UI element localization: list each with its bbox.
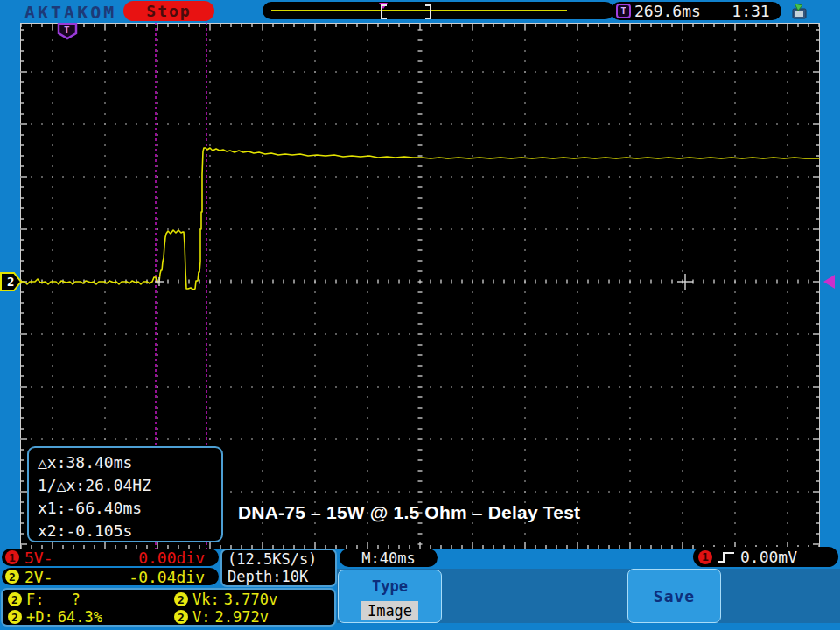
measurement-vk-badge: 2 — [174, 592, 188, 606]
cursor-x2: x2:-0.105s — [38, 520, 221, 542]
channel2-position-marker: 2 — [0, 272, 23, 291]
measurement-volt: 2 V: 2.972v — [174, 608, 334, 626]
type-button-value: Image — [361, 601, 418, 620]
trigger-source-badge: 1 — [698, 550, 712, 564]
annotation-title: DNA-75 – 15W @ 1.5 Ohm – Delay Test — [238, 502, 580, 523]
measurement-vk-value: 3.770v — [224, 591, 277, 608]
trigger-level-value: 0.00mV — [740, 548, 797, 566]
window-left-bracket-icon — [381, 4, 387, 19]
rising-edge-icon — [717, 550, 736, 564]
type-button-label: Type — [372, 578, 408, 595]
channel2-scale: 2V- — [24, 568, 53, 586]
measurement-duty-badge: 2 — [8, 610, 22, 624]
channel2-settings-pill: 2 2V- -0.04div — [2, 568, 219, 585]
measurement-frequency: 2 F: ? — [8, 591, 174, 608]
measurement-duty-value: 64.3% — [58, 608, 102, 626]
save-button-label: Save — [654, 587, 695, 606]
timebase-readout: M:40ms — [340, 549, 438, 567]
channel1-settings-pill: 1 5V- 0.00div — [2, 549, 219, 566]
measurement-volt-badge: 2 — [174, 610, 188, 624]
measurement-duty: 2 +D: 64.3% — [8, 608, 174, 626]
cursor-delta-x: △x:38.40ms — [38, 452, 221, 474]
measurements-panel: 2 F: ? 2 Vk: 3.770v 2 +D: 64.3% 2 V: 2.9… — [1, 588, 336, 626]
channel1-position: 0.00div — [138, 549, 205, 567]
measurement-freq-value: ? — [48, 591, 80, 608]
measurement-volt-label: V: — [192, 608, 210, 626]
save-button[interactable]: Save — [627, 569, 721, 623]
measurement-vk: 2 Vk: 3.770v — [174, 591, 334, 608]
channel2-badge: 2 — [5, 570, 19, 584]
trigger-settings-pill: 1 0.00mV — [693, 547, 838, 567]
sample-info-panel: (12.5KS/s) Depth:10K — [220, 549, 337, 587]
brand-logo: AKTAKOM — [24, 2, 116, 23]
oscilloscope-screenshot: { "top_bar": { "brand": "AKTAKOM", "run_… — [0, 0, 840, 630]
measurement-duty-label: +D: — [26, 608, 53, 626]
trigger-level-arrow-icon — [823, 275, 835, 289]
cursor-inverse-delta-x: 1/△x:26.04HZ — [38, 474, 221, 497]
clock-readout: 1:31 — [720, 2, 781, 20]
measurement-freq-label: F: — [26, 591, 44, 608]
window-right-bracket-icon — [425, 4, 431, 19]
measurement-volt-value: 2.972v — [214, 608, 268, 626]
trigger-t-icon: T — [616, 4, 631, 18]
channel1-scale: 5V- — [24, 549, 53, 567]
record-position-bar — [262, 2, 614, 19]
record-length-line — [271, 10, 567, 11]
channel1-badge: 1 — [5, 550, 19, 564]
memory-depth: Depth:10K — [228, 568, 335, 585]
cursor-readout-panel: △x:38.40ms 1/△x:26.04HZ x1:-66.40ms x2:-… — [27, 446, 223, 542]
channel2-position: -0.04div — [129, 568, 205, 586]
measurement-vk-label: Vk: — [192, 591, 220, 608]
svg-text:2: 2 — [7, 275, 14, 289]
type-button[interactable]: Type Image — [338, 570, 442, 623]
sample-rate: (12.5KS/s) — [228, 550, 335, 568]
trigger-delay-value: 269.6ms — [634, 2, 701, 20]
usb-save-icon — [790, 3, 809, 20]
svg-text:T: T — [64, 24, 70, 36]
measurement-freq-badge: 2 — [8, 592, 22, 606]
cursor-x1: x1:-66.40ms — [38, 497, 221, 520]
acquisition-status-badge: Stop — [123, 1, 214, 21]
